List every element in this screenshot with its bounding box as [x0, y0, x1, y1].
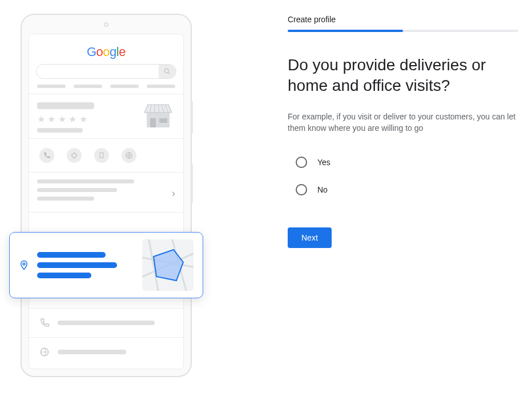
phone-screen: Google ★ ★ ★ ★ ★ — [29, 34, 184, 369]
option-label: No — [317, 185, 328, 194]
option-no[interactable]: No — [296, 184, 518, 195]
result-listing: ★ ★ ★ ★ ★ — [29, 97, 183, 136]
page-title: Do you provide deliveries or home and of… — [288, 55, 518, 96]
svg-rect-3 — [150, 118, 156, 127]
next-button[interactable]: Next — [288, 227, 332, 248]
phone-outline-icon — [39, 318, 50, 328]
globe-outline-icon — [39, 347, 50, 357]
illustration-column: Google ★ ★ ★ ★ ★ — [14, 11, 208, 397]
store-icon — [143, 102, 173, 130]
option-yes[interactable]: Yes — [296, 157, 518, 168]
phone-side-button — [191, 101, 193, 134]
search-bar-placeholder — [36, 64, 176, 79]
radio-icon — [296, 157, 307, 168]
location-pin-icon — [19, 259, 29, 271]
logo-letter: o — [96, 45, 103, 59]
progress-bar — [288, 30, 518, 32]
step-label: Create profile — [288, 15, 518, 24]
phone-side-button — [191, 163, 193, 203]
map-thumbnail — [142, 239, 194, 291]
form-column: Create profile Do you provide deliveries… — [208, 11, 518, 397]
radio-icon — [296, 184, 307, 195]
globe-icon — [122, 148, 136, 163]
logo-letter: g — [110, 45, 116, 59]
phone-speaker — [104, 22, 108, 27]
search-icon — [163, 67, 171, 75]
subtitle: For example, if you visit or deliver to … — [288, 111, 518, 134]
website-row — [29, 340, 183, 364]
progress-fill — [288, 30, 403, 32]
phone-row — [29, 311, 183, 335]
phone-icon — [39, 148, 54, 163]
logo-letter: e — [119, 45, 126, 59]
action-icons-row — [29, 141, 183, 170]
svg-line-1 — [168, 73, 170, 74]
google-logo: Google — [29, 45, 183, 59]
logo-letter: o — [103, 45, 110, 59]
service-area-card — [9, 232, 203, 298]
svg-point-9 — [23, 263, 25, 265]
phone-frame: Google ★ ★ ★ ★ ★ — [21, 14, 192, 377]
chevron-right-icon: › — [172, 187, 175, 199]
bookmark-icon — [94, 148, 109, 163]
chips-row — [29, 85, 183, 91]
text-lines-placeholder: › — [29, 175, 183, 210]
svg-point-0 — [164, 69, 168, 73]
diamond-icon — [67, 148, 82, 163]
svg-rect-5 — [71, 153, 77, 158]
card-text-lines — [37, 247, 117, 283]
option-label: Yes — [317, 158, 331, 167]
search-button-placeholder — [159, 65, 176, 78]
svg-rect-4 — [159, 118, 167, 123]
logo-letter: G — [87, 45, 96, 59]
